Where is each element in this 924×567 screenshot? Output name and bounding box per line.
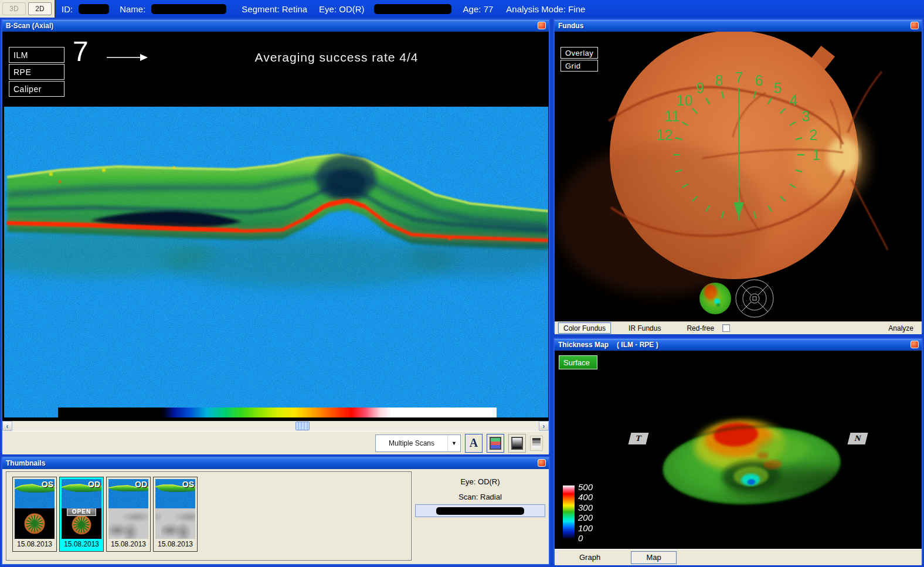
patient-name-label: Name: xyxy=(120,4,145,14)
thumbnail-eye-label: OD xyxy=(88,480,100,489)
fundus-viewport[interactable]: 1 2 3 4 5 6 7 8 9 10 11 12 xyxy=(555,32,922,321)
close-icon[interactable] xyxy=(538,22,546,29)
chevron-down-icon[interactable]: ▼ xyxy=(447,435,460,451)
nasal-marker: N xyxy=(848,433,868,444)
thumbnail-item[interactable]: OS xyxy=(12,477,57,552)
scrollbar-thumb[interactable] xyxy=(295,422,310,430)
color-fundus-button[interactable]: Color Fundus xyxy=(558,322,611,334)
fundus-preview: OPEN xyxy=(62,508,101,539)
tab-3d[interactable]: 3D xyxy=(2,2,26,15)
tab-map[interactable]: Map xyxy=(631,551,677,564)
thumbnail-date: 15.08.2013 xyxy=(62,539,101,549)
fundus-footer: Color Fundus IR Fundus Red-free Analyze xyxy=(555,321,922,334)
thumbnail-date: 15.08.2013 xyxy=(155,539,195,549)
scroll-left-icon[interactable]: ‹ xyxy=(2,421,12,431)
thickness-viewport[interactable]: Surface T N 500 400 300 200 100 0 xyxy=(555,351,922,549)
bscan-toolbar: Multiple Scans ▼ A xyxy=(2,431,549,454)
ilm-button[interactable]: ILM xyxy=(9,47,64,63)
red-free-label: Red-free xyxy=(687,324,714,332)
svg-text:8: 8 xyxy=(715,72,723,89)
color-palette-button[interactable] xyxy=(487,434,504,453)
svg-text:2: 2 xyxy=(809,127,817,143)
ir-preview xyxy=(155,508,195,539)
overlay-button[interactable]: Overlay xyxy=(560,47,598,59)
thickness-map-panel: Thickness Map ( ILM - RPE ) xyxy=(553,338,923,564)
redacted-scan-button[interactable] xyxy=(415,504,545,517)
thumbnail-item[interactable]: OS 15.08.2013 xyxy=(153,477,198,552)
thickness-surface-image xyxy=(555,351,922,549)
grid-button[interactable]: Grid xyxy=(560,60,598,72)
letter-a-icon: A xyxy=(470,436,478,450)
thumbnail-item-selected[interactable]: OD OPEN xyxy=(59,477,104,552)
thumbnails-content: OS xyxy=(2,469,549,564)
svg-text:10: 10 xyxy=(676,92,692,108)
analysis-mode-label: Analysis Mode: Fine xyxy=(506,4,585,14)
ir-preview xyxy=(108,508,148,539)
patient-id-label: ID: xyxy=(62,4,73,14)
svg-text:7: 7 xyxy=(735,69,743,86)
fundus-image: 1 2 3 4 5 6 7 8 9 10 11 12 xyxy=(555,32,922,321)
color-palette-icon xyxy=(490,437,501,450)
ir-fundus-button[interactable]: IR Fundus xyxy=(629,324,661,332)
thumbnails-titlebar: Thumbnails xyxy=(2,457,549,469)
bscan-image xyxy=(4,107,548,417)
close-icon[interactable] xyxy=(911,341,919,348)
tab-2d[interactable]: 2D xyxy=(28,2,52,15)
redacted-scan-label xyxy=(436,507,524,515)
tab-graph[interactable]: Graph xyxy=(579,553,600,562)
bscan-titlebar: B-Scan (Axial) xyxy=(2,20,549,32)
svg-text:12: 12 xyxy=(656,127,672,143)
multiple-scans-label: Multiple Scans xyxy=(376,435,447,451)
mini-thickness-map xyxy=(699,283,731,314)
close-icon[interactable] xyxy=(911,22,919,29)
multiple-scans-dropdown[interactable]: Multiple Scans ▼ xyxy=(375,434,461,452)
thumbnail-eye-label: OS xyxy=(42,480,53,489)
thickness-titlebar: Thickness Map ( ILM - RPE ) xyxy=(555,339,922,351)
redacted-patient-id xyxy=(79,4,109,14)
thumbnails-list: OS xyxy=(6,471,412,561)
fundus-panel: Fundus xyxy=(553,19,923,333)
redacted-patient-name xyxy=(151,4,226,14)
patient-info-fields: ID: Name: Segment: Retina Eye: OD(R) Age… xyxy=(62,0,585,18)
close-icon[interactable] xyxy=(538,459,546,467)
svg-text:1: 1 xyxy=(812,147,820,163)
thickness-tabbar: Graph Map xyxy=(555,549,922,565)
scan-direction-arrow-icon xyxy=(107,53,148,62)
inverse-grayscale-button[interactable] xyxy=(530,436,543,451)
patient-info-bar: 3D 2D ID: Name: Segment: Retina Eye: OD(… xyxy=(0,0,924,18)
gray-stripes-icon xyxy=(532,438,541,449)
eye-info: Eye: OD(R) xyxy=(413,477,548,486)
fundus-titlebar: Fundus xyxy=(555,20,922,32)
bscan-scrollbar[interactable]: ‹ › xyxy=(2,421,549,431)
svg-text:4: 4 xyxy=(789,92,797,108)
scan-info: Eye: OD(R) Scan: Radial xyxy=(413,469,548,564)
annotation-text-button[interactable]: A xyxy=(465,434,483,453)
bscan-viewport[interactable]: ILM RPE Caliper 7 Averaging success rate… xyxy=(2,32,549,421)
red-free-checkbox[interactable] xyxy=(722,324,730,332)
thickness-title: Thickness Map xyxy=(558,341,609,349)
scroll-right-icon[interactable]: › xyxy=(539,421,549,431)
thickness-color-scale xyxy=(563,485,575,538)
thumbnail-eye-label: OD xyxy=(135,480,147,489)
thumbnail-item[interactable]: OD 15.08.2013 xyxy=(106,477,151,552)
open-button[interactable]: OPEN xyxy=(67,508,96,516)
svg-text:11: 11 xyxy=(664,108,680,124)
thickness-scale-labels: 500 400 300 200 100 0 xyxy=(578,482,593,543)
analyze-button[interactable]: Analyze xyxy=(888,324,913,332)
segment-label: Segment: Retina xyxy=(242,4,307,14)
caliper-button[interactable]: Caliper xyxy=(9,81,64,97)
averaging-status: Averaging success rate 4/4 xyxy=(219,50,454,64)
thumbnail-eye-label: OS xyxy=(182,480,194,489)
thickness-subtitle: ( ILM - RPE ) xyxy=(617,341,658,349)
surface-button[interactable]: Surface xyxy=(559,355,597,369)
grayscale-button[interactable] xyxy=(508,434,526,453)
scan-type-info: Scan: Radial xyxy=(413,493,548,501)
age-label: Age: 77 xyxy=(463,4,494,14)
rpe-button[interactable]: RPE xyxy=(9,64,64,80)
view-mode-tabs: 3D 2D xyxy=(0,0,56,18)
thumbnail-date: 15.08.2013 xyxy=(108,539,148,549)
svg-text:6: 6 xyxy=(755,72,763,89)
bscan-title: B-Scan (Axial) xyxy=(6,22,53,30)
thumbnails-panel: Thumbnails OS xyxy=(1,456,550,565)
redacted-birthdate xyxy=(374,4,451,14)
